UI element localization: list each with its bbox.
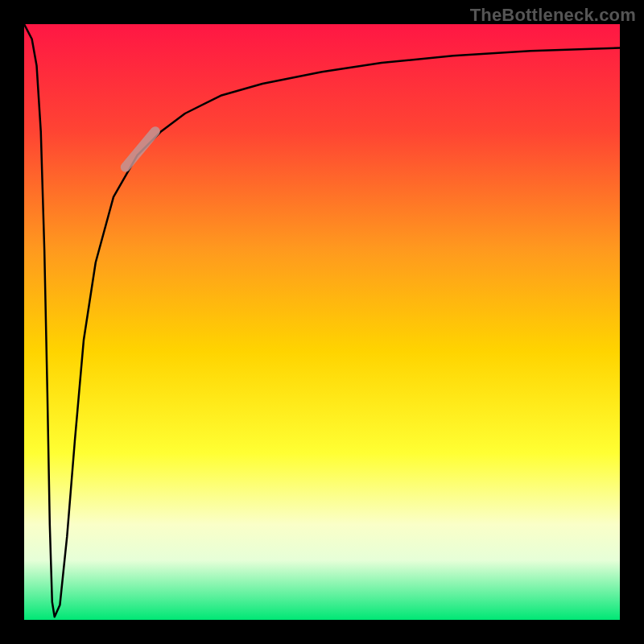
chart-svg [24,24,620,620]
plot-area [24,24,620,620]
chart-frame: TheBottleneck.com [0,0,644,644]
gradient-background [24,24,620,620]
watermark-text: TheBottleneck.com [470,5,636,26]
